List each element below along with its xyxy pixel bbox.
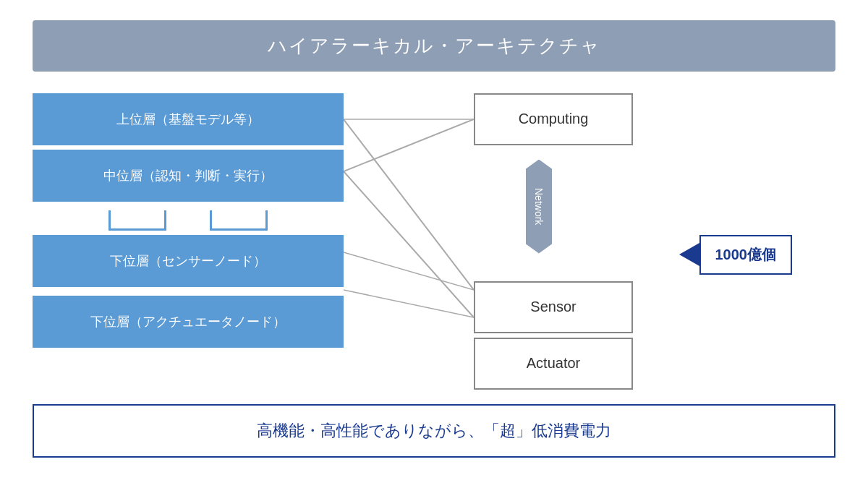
layer-lower-actuator: 下位層（アクチュエータノード） [33, 296, 344, 348]
connector-left [109, 210, 166, 231]
network-label: Network [526, 160, 552, 254]
layer-upper: 上位層（基盤モデル等） [33, 93, 344, 145]
computing-box: Computing [474, 93, 633, 145]
annotation-arrow [679, 243, 699, 266]
right-column: Computing Network Sensor Actuator 1000億個 [474, 93, 633, 390]
svg-line-4 [344, 290, 474, 317]
network-container: Network [517, 153, 561, 261]
main-container: ハイアラーキカル・アーキテクチャ 上位層（基盤モデル等） 中位層（認知・判断・実… [33, 20, 835, 468]
svg-line-3 [344, 252, 474, 290]
annotation: 1000億個 [679, 235, 793, 275]
cross-lines [344, 93, 474, 390]
layer-lower-sensor: 下位層（センサーノード） [33, 235, 344, 287]
connector-right [210, 210, 268, 231]
annotation-box: 1000億個 [699, 235, 793, 275]
layer-middle: 中位層（認知・判断・実行） [33, 150, 344, 202]
actuator-box: Actuator [474, 338, 633, 390]
sensor-box: Sensor [474, 281, 633, 333]
diagram-area: 上位層（基盤モデル等） 中位層（認知・判断・実行） 下位層（センサーノード） 下… [33, 93, 835, 390]
connectors [33, 206, 344, 235]
bottom-text: 高機能・高性能でありながら、「超」低消費電力 [257, 421, 611, 440]
title-text: ハイアラーキカル・アーキテクチャ [268, 35, 601, 56]
svg-line-5 [344, 171, 474, 317]
crossing-lines-svg [344, 93, 474, 339]
bottom-banner: 高機能・高性能でありながら、「超」低消費電力 [33, 404, 835, 458]
left-column: 上位層（基盤モデル等） 中位層（認知・判断・実行） 下位層（センサーノード） 下… [33, 93, 344, 390]
title-banner: ハイアラーキカル・アーキテクチャ [33, 20, 835, 72]
